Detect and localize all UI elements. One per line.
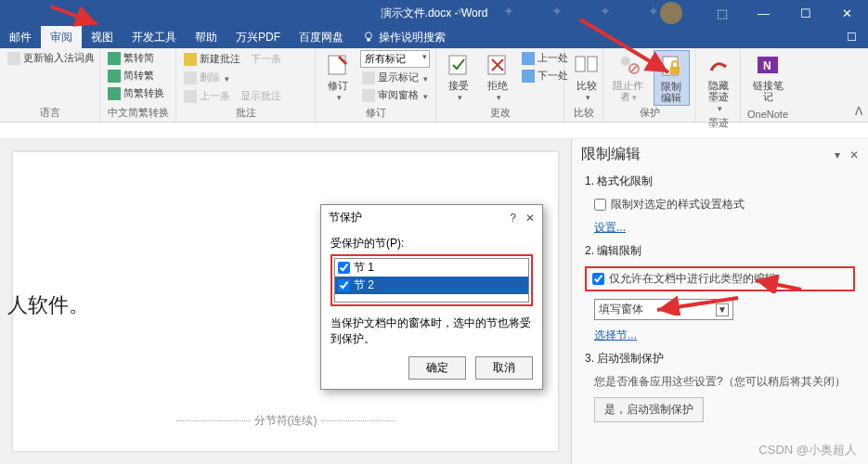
s2t-icon bbox=[108, 52, 121, 65]
svg-rect-12 bbox=[670, 67, 680, 74]
group-label-language: 语言 bbox=[6, 106, 94, 122]
accept-button[interactable]: 接受 bbox=[442, 50, 475, 105]
share-icon[interactable]: ☐ bbox=[847, 31, 857, 44]
ribbon-options-icon[interactable]: ⬚ bbox=[701, 0, 743, 26]
reject-button[interactable]: 拒绝 bbox=[481, 50, 514, 105]
pane-section-1: 1. 格式化限制 bbox=[585, 174, 855, 189]
show-markup-icon bbox=[362, 71, 375, 84]
annotation-highlight: 仅允许在文档中进行此类型的编辑: bbox=[585, 266, 855, 291]
show-markup-button[interactable]: 显示标记 bbox=[360, 70, 430, 85]
document-text: 人软件。 bbox=[7, 291, 89, 319]
svg-rect-3 bbox=[329, 56, 345, 74]
next-change-button[interactable]: 下一处 bbox=[520, 68, 570, 84]
accept-icon bbox=[446, 52, 472, 78]
tab-devtools[interactable]: 开发工具 bbox=[123, 26, 186, 48]
cancel-button[interactable]: 取消 bbox=[475, 356, 533, 380]
markup-dropdown[interactable]: 所有标记 bbox=[360, 50, 430, 68]
track-changes-button[interactable]: 修订 bbox=[321, 50, 355, 105]
svg-rect-7 bbox=[588, 57, 597, 71]
cn-convert-button[interactable]: 简繁转换 bbox=[106, 85, 166, 101]
new-comment-button[interactable]: 新建批注下一条 bbox=[182, 50, 285, 68]
trad-to-simp-button[interactable]: 简转繁 bbox=[106, 68, 166, 84]
ink-icon bbox=[706, 52, 732, 78]
start-enforcement-button[interactable]: 是，启动强制保护 bbox=[594, 397, 704, 422]
maximize-icon[interactable]: ☐ bbox=[784, 0, 826, 26]
edit-type-combo[interactable]: 填写窗体▼ bbox=[594, 299, 733, 320]
hide-ink-button[interactable]: 隐藏墨迹 bbox=[702, 50, 735, 116]
ime-icon bbox=[7, 52, 20, 65]
delete-comment-icon bbox=[184, 71, 197, 84]
compare-button[interactable]: 比较 bbox=[570, 50, 603, 105]
next-change-icon bbox=[522, 70, 535, 83]
new-comment-icon bbox=[184, 53, 197, 66]
pane-section-2: 2. 编辑限制 bbox=[585, 243, 855, 259]
track-icon bbox=[325, 52, 351, 78]
svg-point-8 bbox=[621, 57, 630, 66]
svg-line-10 bbox=[630, 65, 638, 72]
sections-listbox[interactable]: 节 1 节 2 bbox=[334, 258, 529, 303]
ok-button[interactable]: 确定 bbox=[408, 356, 466, 380]
t2s-icon bbox=[108, 70, 121, 83]
onenote-button[interactable]: N链接笔记 bbox=[746, 50, 789, 104]
group-label-onenote: OneNote bbox=[746, 109, 789, 122]
compare-icon bbox=[574, 52, 600, 78]
format-restrict-checkbox[interactable]: 限制对选定的样式设置格式 bbox=[585, 197, 855, 213]
prev-comment-button: 上一条显示批注 bbox=[182, 87, 285, 105]
group-label-ink: 墨迹 bbox=[702, 116, 734, 132]
delete-comment-button: 删除 bbox=[182, 70, 285, 85]
minimize-icon[interactable]: — bbox=[743, 0, 784, 26]
group-label-comments: 批注 bbox=[182, 106, 309, 122]
prev-comment-icon bbox=[184, 90, 197, 103]
dialog-title: 节保护 bbox=[329, 210, 362, 226]
dialog-help-icon[interactable]: ? bbox=[510, 212, 516, 225]
block-authors-icon bbox=[615, 52, 641, 78]
group-label-changes: 更改 bbox=[442, 106, 558, 122]
next-comment-button: 下一条 bbox=[249, 51, 283, 67]
tab-baidu[interactable]: 百度网盘 bbox=[290, 26, 353, 48]
close-icon[interactable]: ✕ bbox=[826, 0, 868, 26]
decorative-stars: ✦ ✦ ✦ ✦ ✦ bbox=[455, 4, 676, 19]
format-settings-link[interactable]: 设置... bbox=[585, 220, 855, 236]
section-break-marker: 分节符(连续) bbox=[173, 413, 399, 429]
review-pane-icon bbox=[362, 89, 375, 102]
group-label-compare: 比较 bbox=[570, 106, 597, 122]
svg-text:N: N bbox=[763, 59, 771, 72]
svg-point-1 bbox=[366, 32, 372, 39]
watermark: CSDN @小奥超人 bbox=[758, 442, 857, 458]
conv-icon bbox=[108, 87, 121, 100]
collapse-ribbon-icon[interactable]: ᐱ bbox=[855, 105, 862, 118]
show-comments-button: 显示批注 bbox=[239, 88, 283, 104]
review-pane-button[interactable]: 审阅窗格 bbox=[360, 87, 430, 103]
tab-help[interactable]: 帮助 bbox=[186, 26, 227, 48]
user-avatar[interactable] bbox=[660, 2, 682, 24]
tell-me-search[interactable]: 操作说明搜索 bbox=[353, 26, 455, 48]
svg-rect-4 bbox=[449, 56, 466, 74]
onenote-icon: N bbox=[755, 52, 781, 78]
tab-view[interactable]: 视图 bbox=[82, 26, 123, 48]
dialog-note: 当保护文档中的窗体时，选中的节也将受到保护。 bbox=[330, 316, 533, 347]
dialog-close-icon[interactable]: ✕ bbox=[525, 212, 535, 225]
enforce-hint: 您是否准备应用这些设置?（您可以稍后将其关闭） bbox=[585, 374, 855, 390]
tab-review[interactable]: 审阅 bbox=[41, 26, 82, 48]
ruler[interactable] bbox=[0, 122, 868, 139]
pane-close-icon[interactable]: ✕ bbox=[849, 148, 859, 161]
list-item[interactable]: 节 2 bbox=[335, 277, 528, 294]
tab-wxpdf[interactable]: 万兴PDF bbox=[227, 26, 290, 48]
edit-restrict-checkbox[interactable]: 仅允许在文档中进行此类型的编辑: bbox=[592, 271, 848, 287]
reject-icon bbox=[485, 52, 511, 78]
group-label-protect: 保护 bbox=[609, 106, 690, 122]
simp-to-trad-button[interactable]: 繁转简 bbox=[106, 50, 166, 66]
group-label-track: 修订 bbox=[321, 106, 430, 122]
prev-change-icon bbox=[522, 52, 535, 65]
select-sections-link[interactable]: 选择节... bbox=[585, 328, 855, 343]
restrict-editing-button[interactable]: 限制编辑 bbox=[654, 50, 690, 106]
update-ime-button[interactable]: 更新输入法词典 bbox=[6, 50, 97, 66]
pane-dropdown-icon[interactable]: ▾ bbox=[835, 148, 840, 161]
list-item[interactable]: 节 1 bbox=[335, 259, 528, 277]
restrict-editing-pane: 限制编辑 ▾ ✕ 1. 格式化限制 限制对选定的样式设置格式 设置... 2. … bbox=[571, 139, 868, 464]
svg-rect-6 bbox=[576, 57, 585, 71]
tab-mail[interactable]: 邮件 bbox=[0, 26, 41, 48]
block-authors-button[interactable]: 阻止作者 bbox=[609, 50, 648, 105]
prev-change-button[interactable]: 上一处 bbox=[520, 50, 570, 66]
section-protection-dialog: 节保护 ?✕ 受保护的节(P): 节 1 节 2 当保护文档中的窗体时，选中的节… bbox=[320, 204, 543, 390]
